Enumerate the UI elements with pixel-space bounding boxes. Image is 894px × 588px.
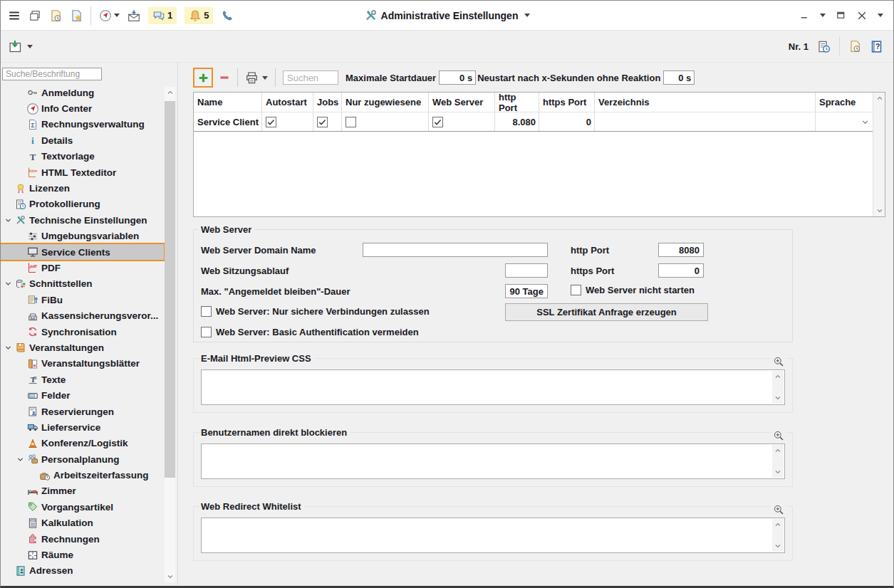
print-button[interactable] xyxy=(245,71,268,85)
scroll-down-icon[interactable] xyxy=(873,205,885,216)
sidebar-item-personalplanung[interactable]: Personalplanung xyxy=(1,451,164,467)
sidebar-item-zimmer[interactable]: Zimmer xyxy=(1,483,164,499)
sidebar-item-protokollierung[interactable]: Protokollierung xyxy=(1,196,164,212)
remove-service-client-button[interactable] xyxy=(219,72,230,83)
column-header-https_port[interactable]: https Port xyxy=(539,93,595,112)
mail-button[interactable] xyxy=(128,9,140,22)
session-input[interactable] xyxy=(505,263,548,278)
scroll-up-icon[interactable] xyxy=(772,445,784,456)
checkbox-web_server[interactable] xyxy=(432,117,443,127)
column-header-sprache[interactable]: Sprache xyxy=(816,93,873,112)
no-basic-auth-checkbox[interactable] xyxy=(201,327,212,337)
sidebar-item-vorgangsartikel[interactable]: Vorgangsartikel xyxy=(1,499,164,515)
sidebar-item-kassensicherungsveror-[interactable]: Kassensicherungsveror... xyxy=(1,308,164,323)
recent-documents-button[interactable] xyxy=(49,9,62,22)
cell-https_port[interactable]: 0 xyxy=(539,112,595,131)
sidebar-item-anmeldung[interactable]: Anmeldung xyxy=(1,85,164,100)
help-button[interactable]: ? xyxy=(870,40,883,53)
sidebar-scrollbar[interactable] xyxy=(165,87,175,582)
sidebar-item-rechnungen[interactable]: Rechnungen xyxy=(1,531,164,547)
sidebar-item-info-center[interactable]: Info Center xyxy=(1,100,164,116)
column-header-web_server[interactable]: Web Server xyxy=(429,93,495,112)
tree-expand-chevron-icon[interactable] xyxy=(15,456,26,463)
sidebar-item-konferenz-logistik[interactable]: Konferenz/Logistik xyxy=(1,436,164,451)
sidebar-item-veranstaltungsblätter[interactable]: Veranstaltungsblätter xyxy=(1,356,164,372)
table-scrollbar[interactable] xyxy=(873,93,885,216)
tree-expand-chevron-icon[interactable] xyxy=(3,344,14,352)
history-button[interactable] xyxy=(817,40,831,53)
email-css-textarea[interactable] xyxy=(201,369,785,405)
tree-expand-chevron-icon[interactable] xyxy=(3,280,14,288)
sidebar-search-input[interactable] xyxy=(2,68,102,80)
textarea-scrollbar[interactable] xyxy=(772,445,784,478)
sidebar-item-schnittstellen[interactable]: Schnittstellen xyxy=(1,276,164,292)
import-button[interactable] xyxy=(8,39,33,53)
recent-button[interactable] xyxy=(848,40,861,53)
keep-logged-input[interactable] xyxy=(505,284,548,298)
checkbox-jobs[interactable] xyxy=(317,117,328,127)
sidebar-item-arbeitszeiterfassung[interactable]: Arbeitszeiterfassung xyxy=(1,467,164,483)
add-service-client-button[interactable] xyxy=(193,68,213,88)
navigation-button[interactable] xyxy=(99,9,120,22)
messages-button[interactable]: 1 xyxy=(148,7,177,24)
tree-expand-chevron-icon[interactable] xyxy=(3,216,14,224)
cell-http_port[interactable]: 8.080 xyxy=(495,112,539,131)
cell-web_server[interactable] xyxy=(429,112,495,131)
chevron-down-icon[interactable] xyxy=(861,117,870,127)
ssl-certificate-button[interactable]: SSL Zertifikat Anfrage erzeugen xyxy=(505,303,708,321)
column-header-http_port[interactable]: http Port xyxy=(495,93,539,112)
textarea-scrollbar[interactable] xyxy=(772,519,784,552)
notifications-button[interactable]: 5 xyxy=(184,7,213,24)
sidebar-item-synchronisation[interactable]: Synchronisation xyxy=(1,324,164,340)
column-header-autostart[interactable]: Autostart xyxy=(262,93,313,112)
minimize-button[interactable] xyxy=(799,10,810,21)
cell-jobs[interactable] xyxy=(313,112,342,131)
table-search-input[interactable] xyxy=(283,70,338,85)
sidebar-item-lizenzen[interactable]: Lizenzen xyxy=(1,180,164,196)
cell-autostart[interactable] xyxy=(262,112,313,131)
scroll-down-icon[interactable] xyxy=(165,571,175,582)
scrollbar-thumb[interactable] xyxy=(165,101,175,478)
scroll-down-icon[interactable] xyxy=(772,392,784,404)
column-header-nur_zugewiesene[interactable]: Nur zugewiesene xyxy=(342,93,429,112)
scroll-up-icon[interactable] xyxy=(873,93,885,104)
max-start-input[interactable] xyxy=(439,70,476,85)
favorites-button[interactable] xyxy=(70,9,83,22)
sidebar-item-lieferservice[interactable]: Lieferservice xyxy=(1,419,164,435)
sidebar-item-service-clients[interactable]: Service Clients xyxy=(1,244,164,260)
redirect-whitelist-textarea[interactable] xyxy=(201,518,785,553)
sidebar-item-rechnungsverwaltung[interactable]: ΣRechnungsverwaltung xyxy=(1,117,164,132)
sidebar-item-details[interactable]: iDetails xyxy=(1,132,164,148)
sidebar-item-texte[interactable]: TTexte xyxy=(1,372,164,387)
cell-name[interactable]: Service Client xyxy=(194,112,262,131)
sidebar-item-technische-einstellungen[interactable]: Technische Einstellungen xyxy=(1,212,164,228)
table-row[interactable]: Service Client8.0800 xyxy=(194,112,885,132)
scroll-up-icon[interactable] xyxy=(165,87,175,98)
scroll-up-icon[interactable] xyxy=(772,371,784,382)
column-header-verzeichnis[interactable]: Verzeichnis xyxy=(595,93,816,112)
cell-sprache[interactable] xyxy=(816,112,873,131)
restart-input[interactable] xyxy=(663,70,695,85)
window-title-menu[interactable]: Administrative Einstellungen xyxy=(364,9,531,22)
sidebar-item-felder[interactable]: Felder xyxy=(1,387,164,403)
scroll-down-icon[interactable] xyxy=(772,466,784,478)
column-header-jobs[interactable]: Jobs xyxy=(313,93,342,112)
magnify-plus-icon[interactable] xyxy=(771,504,786,518)
maximize-button[interactable] xyxy=(836,10,846,21)
sidebar-item-reservierungen[interactable]: Reservierungen xyxy=(1,404,164,419)
sidebar-item-html-texteditor[interactable]: htmHTML Texteditor xyxy=(1,164,164,180)
http-port-input[interactable] xyxy=(658,243,704,257)
sidebar-item-umgebungsvariablen[interactable]: Umgebungsvariablen xyxy=(1,229,164,244)
block-usernames-textarea[interactable] xyxy=(201,443,785,479)
magnify-plus-icon[interactable] xyxy=(771,356,786,369)
no-start-checkbox[interactable] xyxy=(571,285,581,295)
secure-only-checkbox[interactable] xyxy=(201,306,212,317)
menu-button[interactable] xyxy=(8,9,21,22)
domain-input[interactable] xyxy=(363,243,548,257)
checkbox-nur_zugewiesene[interactable] xyxy=(345,117,356,127)
sidebar-item-fibu[interactable]: FiBu xyxy=(1,292,164,308)
windows-button[interactable] xyxy=(28,9,41,22)
close-button[interactable] xyxy=(856,10,868,21)
scroll-up-icon[interactable] xyxy=(772,519,784,530)
cell-verzeichnis[interactable] xyxy=(595,112,816,131)
